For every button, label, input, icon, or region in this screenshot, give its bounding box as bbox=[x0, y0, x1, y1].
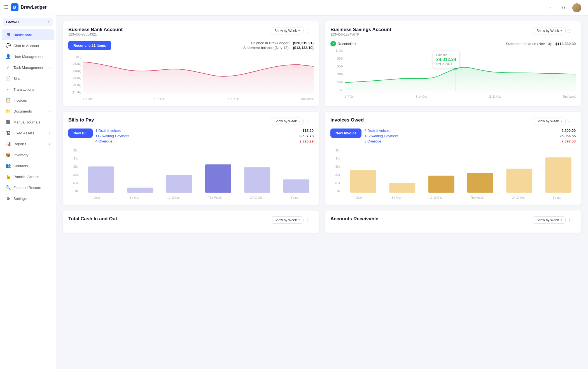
sidebar-item-settings[interactable]: ⚙ Settings bbox=[2, 193, 54, 204]
sidebar-item-user-mgmt[interactable]: 👤 User Management bbox=[2, 51, 54, 62]
bills-awaiting-value: 8,507.78 bbox=[299, 134, 314, 138]
hamburger-icon[interactable]: ☰ bbox=[4, 4, 8, 10]
invoices-stats: 4 Draft Invoices 2,200.00 13 Awaiting Pa… bbox=[364, 129, 576, 144]
sidebar-item-label: Task Management bbox=[13, 66, 43, 70]
savings-statement-info: Statement balance (Nov 14): $118,330.80 bbox=[506, 42, 576, 46]
reconciled-label: Reconciled bbox=[338, 42, 356, 46]
invoices-header: Invoices Owed Show by Week ▾ ⋮⋮ bbox=[330, 117, 576, 125]
sidebar-item-bills[interactable]: 📄 Bills bbox=[2, 73, 54, 84]
grid-icon[interactable]: ⠿ bbox=[559, 3, 568, 12]
invoices-more-btn[interactable]: ⋮⋮ bbox=[568, 117, 576, 125]
invoices-awaiting-link[interactable]: 13 Awaiting Payment bbox=[364, 134, 398, 138]
invoices-draft-value: 2,200.00 bbox=[561, 129, 576, 133]
bank-account-actions: Reconcile 21 Items bbox=[68, 41, 241, 53]
statement-label: Statement balance (Nov 13): bbox=[243, 46, 290, 50]
savings-more-btn[interactable]: ⋮⋮ bbox=[568, 27, 576, 35]
bills-draft-link[interactable]: 1 Draft Invoices bbox=[95, 129, 121, 133]
fixed-assets-icon: 🏗 bbox=[6, 130, 11, 136]
main-content: ⌂ ⠿ Business Bank Account 123-456-876543… bbox=[56, 0, 588, 369]
bills-controls: Show by Week ▾ ⋮⋮ bbox=[271, 117, 314, 125]
total-cash-arrow-icon: ▾ bbox=[298, 219, 300, 221]
invoices-show-by-week-btn[interactable]: Show by Week ▾ bbox=[533, 118, 566, 125]
savings-show-by-week-btn[interactable]: Show by Week ▾ bbox=[533, 27, 566, 34]
sidebar-item-invoices[interactable]: 📋 Invoices bbox=[2, 95, 54, 106]
total-cash-card: Total Cash In and Out Show by Week ▾ ⋮⋮ bbox=[63, 211, 319, 233]
sidebar-item-label: Inventory bbox=[13, 153, 28, 157]
accounts-receivable-controls: Show by Week ▾ ⋮⋮ bbox=[533, 216, 576, 224]
org-selector[interactable]: BrewAI ▾ bbox=[3, 18, 53, 26]
sidebar-item-dashboard[interactable]: ⊞ Dashboard bbox=[2, 29, 54, 40]
reconcile-btn[interactable]: Reconcile 21 Items bbox=[68, 41, 111, 50]
balance-label: Balance in BrewLedger: bbox=[251, 41, 290, 45]
savings-chart-x-labels: 1-7 Oct8-14 Oct15-21 OctThis Week bbox=[345, 95, 576, 98]
sidebar-item-label: Bills bbox=[13, 76, 20, 81]
svg-rect-3 bbox=[127, 188, 153, 193]
bills-awaiting-link[interactable]: 11 Awaiting Payment bbox=[95, 134, 129, 138]
new-invoice-btn[interactable]: New Invoice bbox=[330, 129, 361, 138]
transactions-icon: ↔ bbox=[6, 87, 11, 92]
sidebar-item-chat[interactable]: 💬 Chat to Account bbox=[2, 40, 54, 51]
total-cash-more-btn[interactable]: ⋮⋮ bbox=[306, 216, 314, 224]
invoices-overdue-link[interactable]: 3 Overdue bbox=[364, 139, 381, 143]
sidebar-item-contacts[interactable]: 👥 Contacts bbox=[2, 160, 54, 171]
invoices-draft-link[interactable]: 4 Draft Invoices bbox=[364, 129, 389, 133]
invoices-overdue-row: 3 Overdue 7,097.50 bbox=[364, 139, 576, 143]
savings-account-number: 123-456-12345678 bbox=[330, 32, 391, 36]
bank-account-title: Business Bank Account bbox=[68, 27, 123, 32]
savings-account-title: Business Savings Account bbox=[330, 27, 391, 32]
bills-more-btn[interactable]: ⋮⋮ bbox=[306, 117, 314, 125]
total-cash-title: Total Cash In and Out bbox=[68, 216, 117, 222]
home-icon[interactable]: ⌂ bbox=[545, 3, 554, 12]
invoices-actions: New Invoice bbox=[330, 129, 361, 138]
sidebar-item-reports[interactable]: 📊 Reports › bbox=[2, 139, 54, 149]
new-bill-btn[interactable]: New Bill bbox=[68, 129, 93, 138]
svg-rect-10 bbox=[428, 176, 454, 193]
bank-more-btn[interactable]: ⋮⋮ bbox=[306, 27, 314, 35]
balance-row: Balance in BrewLedger: ($20,219.21) bbox=[243, 41, 314, 45]
svg-rect-8 bbox=[350, 170, 376, 193]
documents-icon: 📁 bbox=[6, 109, 11, 114]
invoices-owed-card: Invoices Owed Show by Week ▾ ⋮⋮ New Invo… bbox=[325, 112, 581, 205]
invoices-awaiting-row: 13 Awaiting Payment 25,056.55 bbox=[364, 134, 576, 138]
sidebar-item-find-recode[interactable]: 🔍 Find and Recode bbox=[2, 182, 54, 193]
sidebar-item-manual-journals[interactable]: 📓 Manual Journals bbox=[2, 117, 54, 127]
savings-dropdown-arrow-icon: ▾ bbox=[561, 29, 562, 32]
savings-chart-svg: Balance 24,012.34 Oct 9, 2024 bbox=[345, 49, 576, 92]
sidebar-item-documents[interactable]: 📁 Documents › bbox=[2, 106, 54, 116]
total-cash-show-by-btn[interactable]: Show by Week ▾ bbox=[271, 216, 304, 224]
bank-account-controls: Show by Week ▾ ⋮⋮ bbox=[271, 27, 314, 35]
bank-account-card: Business Bank Account 123-456-87654321 S… bbox=[63, 21, 319, 106]
sidebar-item-label: Contacts bbox=[13, 164, 28, 168]
sidebar-item-practice-access[interactable]: 🔒 Practice Access bbox=[2, 171, 54, 182]
sidebar-item-transactions[interactable]: ↔ Transactions bbox=[2, 84, 54, 95]
bills-overdue-link[interactable]: 4 Overdue bbox=[95, 139, 113, 143]
sidebar-header: ☰ B BrewLedger bbox=[0, 0, 56, 15]
invoices-chart-y-labels: $5k$4k$3k$2k$1k$0 bbox=[330, 149, 341, 193]
avatar[interactable] bbox=[572, 3, 581, 12]
find-recode-icon: 🔍 bbox=[6, 185, 11, 190]
savings-account-header: Business Savings Account 123-456-1234567… bbox=[330, 27, 576, 40]
bank-chart-x-labels: 1-7 Oct8-14 Oct15-21 OctThis Week bbox=[83, 97, 314, 101]
practice-access-icon: 🔒 bbox=[6, 174, 11, 179]
bills-top-row: New Bill 1 Draft Invoices 115.20 11 Awai… bbox=[68, 129, 314, 144]
bank-account-top-row: Reconcile 21 Items Balance in BrewLedger… bbox=[68, 41, 314, 53]
task-mgmt-icon: ✓ bbox=[6, 65, 11, 70]
accounts-receivable-more-btn[interactable]: ⋮⋮ bbox=[568, 216, 576, 224]
inventory-icon: 📦 bbox=[6, 152, 11, 157]
bills-icon: 📄 bbox=[6, 76, 11, 81]
bills-show-by-week-btn[interactable]: Show by Week ▾ bbox=[271, 118, 304, 125]
sidebar-item-fixed-assets[interactable]: 🏗 Fixed Assets › bbox=[2, 128, 54, 138]
sidebar-chevron-icon: › bbox=[49, 110, 50, 113]
accounts-receivable-card: Accounts Receivable Show by Week ▾ ⋮⋮ bbox=[325, 211, 581, 233]
savings-account-card: Business Savings Account 123-456-1234567… bbox=[325, 21, 581, 106]
dropdown-arrow-icon: ▾ bbox=[298, 29, 300, 32]
bank-show-by-week-btn[interactable]: Show by Week ▾ bbox=[271, 27, 304, 34]
bills-header: Bills to Pay Show by Week ▾ ⋮⋮ bbox=[68, 117, 314, 125]
bills-bar-chart: $5k$4k$3k$2k$1k$0 bbox=[68, 149, 314, 199]
sidebar-item-label: Fixed Assets bbox=[13, 131, 34, 135]
savings-chart-y-labels: $100k$80k$60k$40k$20k$0 bbox=[330, 49, 345, 92]
accounts-receivable-show-by-btn[interactable]: Show by Week ▾ bbox=[533, 216, 566, 224]
sidebar-item-task-mgmt[interactable]: ✓ Task Management › bbox=[2, 62, 54, 73]
sidebar-item-inventory[interactable]: 📦 Inventory bbox=[2, 150, 54, 160]
bills-overdue-value: 2,326.29 bbox=[299, 139, 314, 143]
